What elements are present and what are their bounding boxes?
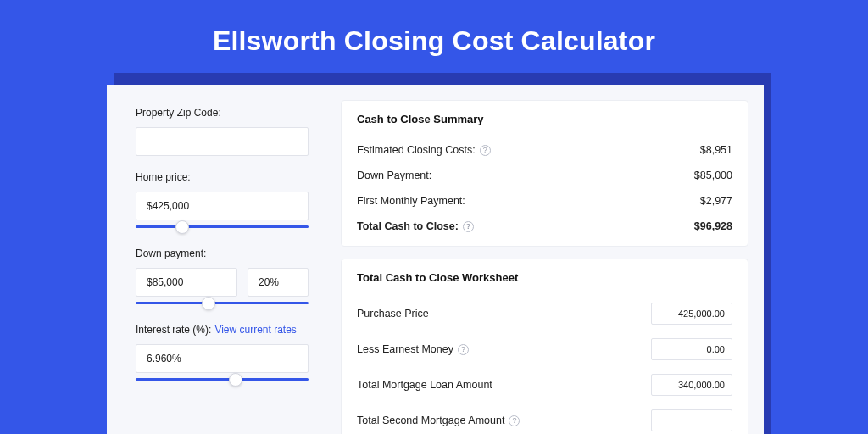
interest-rate-input[interactable] — [136, 344, 309, 373]
summary-row-closing: Estimated Closing Costs: ? $8,951 — [357, 137, 732, 163]
down-payment-pct-input[interactable] — [248, 268, 309, 297]
down-payment-label: Down payment: — [136, 248, 309, 259]
info-icon[interactable]: ? — [509, 415, 520, 426]
worksheet-label: Total Mortgage Loan Amount — [357, 379, 492, 391]
worksheet-label: Total Second Mortgage Amount — [357, 415, 504, 426]
view-rates-link[interactable]: View current rates — [214, 324, 297, 336]
results-column: Cash to Close Summary Estimated Closing … — [327, 85, 764, 434]
slider-thumb[interactable] — [175, 220, 189, 234]
interest-rate-slider[interactable] — [136, 376, 309, 388]
worksheet-row-mortgage: Total Mortgage Loan Amount — [357, 367, 732, 403]
zip-input[interactable] — [136, 127, 309, 156]
home-price-label: Home price: — [136, 171, 309, 183]
slider-line — [136, 378, 309, 381]
home-price-input[interactable] — [136, 192, 309, 220]
worksheet-row-earnest: Less Earnest Money ? — [357, 331, 732, 367]
summary-value: $8,951 — [700, 144, 732, 156]
summary-label: Down Payment: — [357, 170, 431, 181]
page-title: Ellsworth Closing Cost Calculator — [0, 0, 868, 75]
summary-value: $85,000 — [694, 170, 732, 181]
worksheet-label: Purchase Price — [357, 308, 429, 320]
slider-thumb[interactable] — [202, 297, 215, 310]
summary-row-down: Down Payment: $85,000 — [357, 163, 732, 188]
summary-label: First Monthly Payment: — [357, 195, 465, 207]
summary-title: Cash to Close Summary — [357, 113, 732, 125]
interest-rate-field: Interest rate (%): View current rates — [136, 324, 309, 388]
worksheet-panel: Total Cash to Close Worksheet Purchase P… — [341, 259, 748, 434]
worksheet-label: Less Earnest Money — [357, 343, 453, 355]
slider-line — [136, 225, 309, 228]
summary-label: Estimated Closing Costs: — [357, 144, 476, 156]
zip-field: Property Zip Code: — [136, 107, 309, 159]
home-price-slider[interactable] — [136, 224, 309, 236]
home-price-field: Home price: — [136, 171, 309, 236]
down-payment-input[interactable] — [136, 268, 237, 297]
interest-rate-label: Interest rate (%): View current rates — [136, 324, 309, 336]
slider-thumb[interactable] — [229, 373, 242, 387]
worksheet-row-purchase: Purchase Price — [357, 296, 732, 331]
info-icon[interactable]: ? — [480, 145, 491, 156]
summary-total-label: Total Cash to Close: — [357, 220, 459, 232]
calculator-card: Property Zip Code: Home price: Down paym… — [107, 85, 764, 434]
down-payment-slider[interactable] — [136, 300, 309, 312]
info-icon[interactable]: ? — [458, 344, 469, 355]
down-payment-field: Down payment: — [136, 248, 309, 312]
worksheet-row-second-mortgage: Total Second Mortgage Amount ? — [357, 403, 732, 434]
summary-value: $2,977 — [700, 195, 732, 207]
card-shadow-side — [763, 73, 771, 434]
summary-total-value: $96,928 — [694, 220, 732, 232]
zip-label: Property Zip Code: — [136, 107, 309, 119]
worksheet-input[interactable] — [651, 374, 732, 396]
summary-row-total: Total Cash to Close: ? $96,928 — [357, 214, 732, 239]
slider-line — [136, 302, 309, 304]
inputs-column: Property Zip Code: Home price: Down paym… — [107, 85, 327, 434]
worksheet-input[interactable] — [651, 303, 732, 325]
info-icon[interactable]: ? — [463, 221, 474, 232]
worksheet-title: Total Cash to Close Worksheet — [357, 271, 732, 284]
worksheet-input[interactable] — [651, 409, 732, 431]
summary-panel: Cash to Close Summary Estimated Closing … — [341, 100, 748, 247]
interest-rate-label-text: Interest rate (%): — [136, 324, 211, 336]
card-shadow-top — [114, 73, 771, 85]
worksheet-input[interactable] — [651, 338, 732, 360]
summary-row-first-month: First Monthly Payment: $2,977 — [357, 188, 732, 214]
